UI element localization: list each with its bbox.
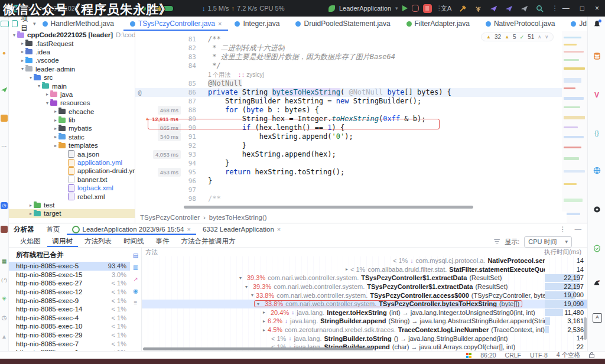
thread-row[interactable]: http-nio-8085-exec-29 < 1% bbox=[9, 331, 130, 340]
breadcrumb-method[interactable]: bytesToHexString() bbox=[209, 214, 267, 221]
tree-chevron-icon[interactable]: ▸ bbox=[19, 49, 25, 54]
editor-line[interactable]: 87 StringBuilder hexString = new StringB… bbox=[135, 97, 562, 106]
editor-tab[interactable]: Integer.java bbox=[228, 17, 289, 31]
lock-icon[interactable] bbox=[589, 354, 594, 358]
gear-icon[interactable]: ✳ bbox=[1, 295, 8, 303]
tree-expander-icon[interactable]: ▾ bbox=[245, 284, 251, 290]
tree-chevron-icon[interactable]: ▾ bbox=[28, 75, 34, 80]
excel-tool-icon[interactable]: ▦ bbox=[1, 258, 8, 265]
project-tool-icon[interactable] bbox=[1, 21, 9, 27]
editor-line[interactable]: 82 * 二进制转成十六进制 bbox=[135, 44, 562, 53]
project-tree-item[interactable]: ▾ leader-admin bbox=[9, 65, 135, 73]
tree-chevron-icon[interactable]: ▸ bbox=[53, 109, 58, 114]
project-tree-item[interactable]: ▸ lib bbox=[9, 116, 135, 124]
editor-line[interactable]: 83 * 这里主要是处理图片数据，因为数据库存了图片Base64 bbox=[135, 53, 562, 61]
editor-line[interactable]: 4,053 ms 93 hexString.append(hex); bbox=[135, 150, 562, 159]
tree-chevron-icon[interactable]: ▸ bbox=[28, 211, 34, 216]
editor-line[interactable]: 97 bbox=[135, 186, 562, 194]
tree-expander-icon[interactable]: ▸ bbox=[263, 318, 265, 324]
send-violet-icon[interactable] bbox=[505, 5, 513, 12]
editor-line[interactable]: 340 ms 91 hexString.append('0'); bbox=[135, 132, 562, 141]
thread-row[interactable]: http-nio-8085-exec-9 < 1% bbox=[9, 296, 130, 305]
tab-close-icon[interactable]: × bbox=[277, 226, 281, 233]
warning-triangle-icon[interactable]: ▲ bbox=[1, 333, 8, 340]
editor-line[interactable]: 468 ms 88 for (byte b : bytes) { bbox=[135, 106, 562, 115]
tree-chevron-icon[interactable]: ▸ bbox=[19, 58, 25, 63]
editor-line[interactable]: 98 /** bbox=[135, 194, 562, 203]
expand-all-icon[interactable]: ▤ bbox=[133, 252, 138, 259]
editor-hscrollbar[interactable] bbox=[184, 206, 473, 209]
profiler-tab-snapshot[interactable]: LeaderApplication 2023/9/6 15:54 × bbox=[67, 223, 196, 235]
focus-icon[interactable]: ◉ bbox=[133, 288, 138, 294]
wheat-icon[interactable] bbox=[474, 5, 482, 12]
send-purple-icon[interactable] bbox=[490, 5, 497, 12]
search-icon[interactable] bbox=[536, 5, 544, 12]
project-tree-item[interactable]: ▸ templates bbox=[9, 141, 135, 150]
calltree-row[interactable]: ▾ 39.3% com.nari.web.controller.system. … bbox=[142, 274, 587, 282]
notifications-bell-icon[interactable] bbox=[593, 20, 601, 28]
profiler-tab-attached[interactable]: 6332 LeaderApplication × bbox=[197, 223, 286, 235]
project-tree-item[interactable]: logback.xml bbox=[9, 184, 135, 192]
editor-line[interactable]: 92 } bbox=[135, 141, 562, 150]
editor-line[interactable]: 453 ms 95 return hexString.toString(); bbox=[135, 168, 562, 177]
thread-row[interactable]: http-nio-8085-exec-14 < 1% bbox=[9, 305, 130, 314]
tree-chevron-icon[interactable]: ▸ bbox=[53, 118, 58, 123]
alarm-icon[interactable]: ◷ bbox=[1, 314, 8, 321]
calltree-row[interactable]: ▾ 33.8% com.nari.web.controller.system. … bbox=[142, 300, 587, 308]
tree-chevron-icon[interactable]: ▸ bbox=[53, 134, 58, 139]
project-tree-item[interactable]: banner.txt bbox=[9, 176, 135, 184]
calltree-hscrollbar[interactable] bbox=[143, 347, 373, 350]
analyzer-tool-icon[interactable] bbox=[1, 226, 8, 233]
tree-expander-icon[interactable]: ▾ bbox=[257, 301, 262, 307]
profiler-tool-icon-active[interactable]: ◷ bbox=[1, 202, 8, 209]
view-mode-icon[interactable]: ▥ bbox=[133, 264, 138, 271]
run-configuration[interactable]: LeaderApplication bbox=[339, 5, 391, 12]
profiler-options-icon[interactable]: ⋮ bbox=[560, 225, 567, 233]
regex-tool-icon[interactable]: (.*) bbox=[1, 277, 8, 284]
project-tree-item[interactable]: ▸ mybatis bbox=[9, 124, 135, 132]
structure-tool-icon[interactable] bbox=[1, 115, 8, 122]
thread-row[interactable]: http-nio-8085-exec-4 < 1% bbox=[9, 314, 130, 323]
project-tree-item[interactable]: ▾ main bbox=[9, 82, 135, 90]
project-tree-item[interactable]: application.yml bbox=[9, 158, 135, 167]
windows-squares-icon[interactable] bbox=[466, 353, 471, 358]
shield-check-icon[interactable] bbox=[593, 245, 601, 253]
knot-icon[interactable] bbox=[593, 206, 601, 214]
time-column-header[interactable]: 执行时间(ms) bbox=[531, 248, 587, 256]
file-encoding[interactable]: UTF-8 bbox=[530, 352, 548, 359]
project-tree-item[interactable]: ▸ .fastRequest bbox=[9, 39, 135, 47]
open-in-new-icon[interactable]: ↗ bbox=[133, 276, 138, 282]
prev-issue-icon[interactable]: ∧ bbox=[538, 34, 541, 40]
tab-close-icon[interactable]: × bbox=[218, 20, 222, 27]
editor-line[interactable]: 865 ms 90 if (hex.length() == 1) { bbox=[135, 124, 562, 132]
calltree-row[interactable]: < 1% ↓ com.mysql.cj.protocol.a. NativePr… bbox=[142, 256, 587, 265]
project-tree-item[interactable]: ▸ .idea bbox=[9, 48, 135, 56]
profiler-panel-title[interactable]: 分析器 bbox=[14, 225, 34, 234]
show-metric-select[interactable]: CPU 时间 ▾ bbox=[524, 236, 572, 248]
editor-tab[interactable]: TSysPczyController.java × bbox=[123, 17, 228, 31]
profiler-subtab[interactable]: 事件 bbox=[151, 235, 175, 247]
caret-position[interactable]: 86:20 bbox=[480, 352, 496, 359]
editor-minimap[interactable] bbox=[562, 31, 587, 223]
send-gray-icon[interactable] bbox=[521, 5, 528, 12]
project-tree-item[interactable]: ▾ resources bbox=[9, 99, 135, 107]
calltree-row[interactable]: ▸ < 1% com.alibaba.druid.filter.stat. St… bbox=[142, 265, 587, 274]
project-tree-item[interactable]: ▸ target bbox=[9, 209, 135, 217]
profiler-subtab[interactable]: 火焰图 bbox=[15, 235, 46, 247]
tree-chevron-icon[interactable]: ▸ bbox=[28, 203, 34, 208]
project-tree-item[interactable]: application-druid.yml bbox=[9, 167, 135, 175]
minimize-button[interactable]: — bbox=[562, 4, 570, 12]
more-tool-windows-icon[interactable]: ⋯ bbox=[1, 143, 8, 150]
bird-icon[interactable] bbox=[593, 279, 601, 287]
calltree-vscrollbar[interactable] bbox=[584, 317, 587, 340]
calltree-row[interactable]: ▸ 20.4% ↓ java.lang. Integer.toHexString… bbox=[142, 308, 587, 317]
threads-header[interactable]: 所有线程已合并 bbox=[9, 249, 130, 262]
tree-expander-icon[interactable]: ▾ bbox=[251, 292, 253, 298]
tree-chevron-icon[interactable]: ▾ bbox=[36, 83, 42, 89]
editor-line[interactable]: 85 @NotNull bbox=[135, 79, 562, 88]
braces-icon[interactable]: {} bbox=[593, 129, 601, 137]
calltree-row[interactable]: ▸ 6.2% ↓ java.lang. StringBuilder.append… bbox=[142, 317, 587, 326]
thread-row[interactable]: http-nio-8085-exec-10 < 1% bbox=[9, 322, 130, 331]
project-tree-item[interactable]: aa.json bbox=[9, 150, 135, 158]
tree-chevron-icon[interactable]: ▾ bbox=[11, 32, 17, 38]
